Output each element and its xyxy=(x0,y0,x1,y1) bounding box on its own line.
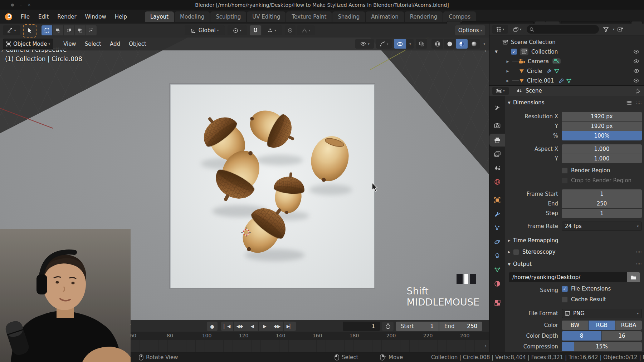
snap-toggle-button[interactable] xyxy=(250,25,261,35)
file-format-dropdown[interactable]: PNG ▾ xyxy=(562,309,642,318)
viewport-menu-select[interactable]: Select xyxy=(80,41,106,47)
shading-dropdown[interactable]: ▾ xyxy=(483,42,485,46)
select-intersect-button[interactable] xyxy=(86,25,97,35)
workspace-tab-sculpting[interactable]: Sculpting xyxy=(210,11,246,22)
shading-solid-button[interactable] xyxy=(444,39,455,49)
shading-material-preview-button[interactable] xyxy=(456,39,468,49)
workspace-tab-texture-paint[interactable]: Texture Paint xyxy=(286,11,332,22)
hide-eye-icon[interactable] xyxy=(633,59,640,64)
cache-result-checkbox[interactable] xyxy=(562,297,568,303)
window-controls[interactable]: ● – × xyxy=(11,0,31,10)
workspace-tab-shading[interactable]: Shading xyxy=(332,11,365,22)
playback-sync-stopwatch-icon[interactable] xyxy=(382,322,394,331)
window-dot-icon[interactable]: ● xyxy=(11,3,14,7)
outliner-filter-icon[interactable] xyxy=(603,27,609,32)
resolution-percent-slider[interactable]: 100% xyxy=(562,131,642,140)
frame-rate-dropdown[interactable]: 24 fps ▾ xyxy=(562,222,642,231)
previous-keyframe-button[interactable]: ◀◆ xyxy=(234,322,246,331)
overlays-dropdown[interactable]: ▾ xyxy=(406,39,414,49)
expand-icon[interactable]: ▶ xyxy=(504,79,512,83)
crop-region-checkbox[interactable] xyxy=(562,178,568,184)
object-visibility-dropdown[interactable]: ▾ xyxy=(355,39,374,49)
proportional-editing-toggle[interactable] xyxy=(285,25,296,35)
hide-eye-icon[interactable] xyxy=(633,78,640,83)
play-reverse-button[interactable]: ◀ xyxy=(246,322,258,331)
expand-icon[interactable]: ▶ xyxy=(504,60,512,63)
tab-particles[interactable] xyxy=(489,222,505,234)
frame-end-field[interactable]: 250 xyxy=(562,199,642,208)
outliner-row-circle[interactable]: ▶ Circle xyxy=(489,66,644,76)
aspect-y-field[interactable]: 1.000 xyxy=(562,154,642,163)
outliner-label[interactable]: Circle.001 xyxy=(527,78,554,84)
panel-grip[interactable]: ∷∷ xyxy=(636,262,642,267)
collection-checkbox[interactable]: ✓ xyxy=(511,49,517,55)
tab-render[interactable] xyxy=(489,119,505,132)
active-tool-dropdown[interactable]: ▾ xyxy=(3,25,20,35)
tab-tool[interactable] xyxy=(489,101,505,114)
compression-slider[interactable]: 15% xyxy=(562,342,642,351)
options-button[interactable]: Options▾ xyxy=(455,25,485,35)
menu-help[interactable]: Help xyxy=(111,14,131,20)
outliner-label[interactable]: Camera xyxy=(528,58,549,65)
snap-target-dropdown[interactable]: ▾ xyxy=(262,25,282,35)
render-region-row[interactable]: Render Region xyxy=(562,167,610,174)
frame-end-field[interactable]: End250 xyxy=(439,322,482,331)
jump-to-start-button[interactable]: ▏◀ xyxy=(221,322,233,331)
select-invert-button[interactable] xyxy=(75,25,86,35)
time-remapping-panel-header[interactable]: ▶ Time Remapping xyxy=(505,236,644,245)
resolution-x-field[interactable]: 1920 px xyxy=(562,112,642,121)
frame-start-field[interactable]: 1 xyxy=(562,189,642,199)
render-region-checkbox[interactable] xyxy=(562,168,568,174)
new-collection-icon[interactable] xyxy=(618,27,623,32)
outliner-display-mode-dropdown[interactable]: ▾ xyxy=(510,25,525,34)
tab-object-data[interactable] xyxy=(489,263,505,276)
pivot-point-dropdown[interactable]: ▾ xyxy=(228,25,247,35)
next-keyframe-button[interactable]: ◆▶ xyxy=(271,322,283,331)
blender-logo-icon[interactable] xyxy=(4,13,13,21)
panel-grip[interactable]: ∷∷ xyxy=(636,250,642,254)
select-extend-button[interactable] xyxy=(53,25,63,35)
transform-orientation-dropdown[interactable]: Global▾ xyxy=(185,25,225,35)
window-close-icon[interactable]: × xyxy=(28,3,31,7)
tab-output[interactable] xyxy=(489,134,505,147)
hide-eye-icon[interactable] xyxy=(633,69,640,73)
frame-start-field[interactable]: Start1 xyxy=(396,322,439,331)
cache-result-row[interactable]: Cache Result xyxy=(562,296,606,303)
select-subtract-button[interactable] xyxy=(64,25,74,35)
panel-grip[interactable]: ∷∷ xyxy=(636,100,642,105)
expand-icon[interactable]: ▼ xyxy=(492,50,500,54)
select-box-button[interactable] xyxy=(42,25,52,35)
tab-physics[interactable] xyxy=(489,235,505,248)
crop-region-row[interactable]: Crop to Render Region xyxy=(562,177,631,184)
presets-list-icon[interactable] xyxy=(626,100,632,105)
xray-toggle[interactable] xyxy=(416,39,427,49)
file-extensions-row[interactable]: ✓ File Extensions xyxy=(562,286,611,292)
auto-keying-record-button[interactable]: ● xyxy=(207,322,218,331)
output-path-field[interactable]: /home/ryanking/Desktop/ xyxy=(509,272,627,282)
color-bw-button[interactable]: BW xyxy=(562,321,588,330)
outliner-search-input[interactable] xyxy=(527,25,599,34)
menu-edit[interactable]: Edit xyxy=(34,14,53,20)
outliner-row-scene-collection[interactable]: Scene Collection xyxy=(489,37,644,47)
viewport-menu-view[interactable]: View xyxy=(59,41,80,47)
menu-file[interactable]: File xyxy=(16,14,34,20)
output-panel-header[interactable]: ▼ Output ∷∷ xyxy=(505,259,644,269)
tab-scene[interactable] xyxy=(489,162,505,174)
workspace-tab-animation[interactable]: Animation xyxy=(366,11,404,22)
tab-constraints[interactable] xyxy=(489,249,505,262)
tab-texture[interactable] xyxy=(489,296,505,309)
play-button[interactable]: ▶ xyxy=(259,322,271,331)
file-extensions-checkbox[interactable]: ✓ xyxy=(562,286,568,292)
shading-rendered-button[interactable] xyxy=(468,39,480,49)
outliner-label[interactable]: Scene Collection xyxy=(511,39,556,45)
hide-eye-icon[interactable] xyxy=(633,49,640,54)
outliner-label[interactable]: Circle xyxy=(527,68,542,74)
workspace-tab-layout[interactable]: Layout xyxy=(145,11,174,22)
current-frame-field[interactable]: 1 xyxy=(343,322,380,331)
tab-view-layer[interactable] xyxy=(489,148,505,160)
workspace-tab-rendering[interactable]: Rendering xyxy=(405,11,443,22)
timeline-collapse-icon[interactable]: ‹ xyxy=(484,343,487,348)
mode-dropdown[interactable]: Object Mode▾ xyxy=(3,39,53,49)
tab-material[interactable] xyxy=(489,277,505,290)
workspace-tab-modeling[interactable]: Modeling xyxy=(175,11,210,22)
